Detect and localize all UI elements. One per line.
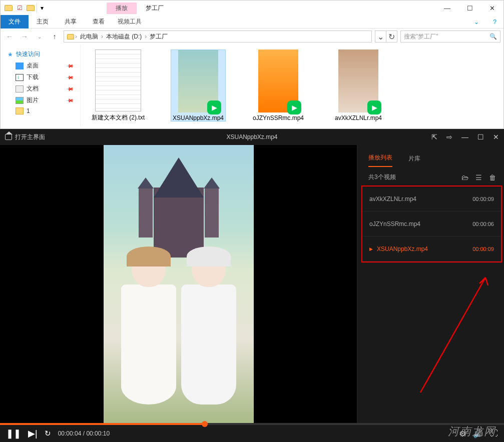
contextual-tab-group: 播放: [107, 2, 137, 14]
file-item[interactable]: ▶ oJZYnSSRmc.mp4: [251, 50, 306, 122]
nav-back-icon[interactable]: ←: [4, 30, 16, 42]
window-title: 梦工厂: [146, 4, 164, 12]
file-explorer-window: ☑ ▾ 播放 梦工厂 — ☐ ✕ 文件 主页 共享 查看 视频工具 ⌄ ? ← …: [0, 0, 504, 129]
playlist-count: 共3个视频: [368, 173, 396, 182]
tab-playlist[interactable]: 播放列表: [368, 154, 392, 167]
title-bar: ☑ ▾ 播放 梦工厂 — ☐ ✕: [1, 0, 503, 16]
play-icon: ▶: [287, 100, 301, 114]
fullscreen-icon[interactable]: ⛶: [490, 429, 498, 438]
file-item[interactable]: 新建文本文档 (2).txt: [91, 50, 146, 122]
refresh-icon[interactable]: ↻: [386, 31, 397, 42]
volume-icon[interactable]: 🔊: [473, 429, 483, 438]
help-icon[interactable]: ?: [486, 18, 503, 26]
crumb-folder[interactable]: 梦工厂: [148, 32, 170, 41]
nav-sidebar: ★快速访问 桌面📌 下载📌 文档📌 图片📌 1: [1, 44, 81, 126]
tab-video-tools[interactable]: 视频工具: [113, 15, 147, 28]
document-icon: [95, 50, 141, 112]
home-icon: [5, 134, 12, 140]
video-thumbnail: ▶: [178, 50, 218, 112]
tab-library[interactable]: 片库: [408, 154, 420, 167]
playlist-items: avXkXZLNLr.mp400:00:09 oJZYnSSRmc.mp400:…: [361, 186, 502, 262]
close-button[interactable]: ✕: [481, 2, 503, 14]
minimize-button[interactable]: —: [436, 2, 458, 14]
video-viewport[interactable]: [0, 145, 357, 423]
progress-bar[interactable]: [0, 423, 504, 425]
breadcrumb[interactable]: › 此电脑› 本地磁盘 (D:)› 梦工厂: [64, 30, 372, 42]
sort-icon[interactable]: ☰: [475, 174, 482, 182]
folder-icon: [4, 3, 14, 13]
search-input[interactable]: 搜索"梦工厂" 🔍: [400, 30, 500, 42]
player-maximize-button[interactable]: ☐: [477, 133, 484, 141]
delete-icon[interactable]: 🗑: [489, 174, 496, 182]
ribbon: 文件 主页 共享 查看 视频工具 ⌄ ?: [1, 16, 503, 28]
player-title-bar: 打开主界面 XSUANppbXz.mp4 ⇱ ⇨ — ☐ ✕: [0, 129, 504, 145]
nav-recent-icon[interactable]: ⌄: [34, 30, 46, 42]
sidebar-item-documents[interactable]: 文档📌: [3, 83, 78, 94]
sidebar-item-downloads[interactable]: 下载📌: [3, 72, 78, 83]
tab-view[interactable]: 查看: [85, 15, 113, 28]
player-minimize-button[interactable]: —: [461, 133, 468, 141]
player-title: XSUANppbXz.mp4: [226, 134, 277, 140]
next-button[interactable]: ▶|: [28, 428, 38, 439]
play-icon: ▶: [207, 100, 221, 114]
quick-access-toolbar: ☑ ▾: [1, 3, 47, 13]
pin-icon[interactable]: ⇨: [446, 133, 452, 141]
nav-forward-icon: →: [19, 30, 31, 42]
pause-button[interactable]: ❚❚: [6, 428, 21, 439]
tab-file[interactable]: 文件: [1, 15, 29, 28]
qat-checkbox[interactable]: ☑: [15, 3, 25, 13]
qat-folder[interactable]: [26, 3, 36, 13]
play-icon: ▶: [367, 100, 381, 114]
pin-icon: 📌: [66, 84, 74, 92]
video-thumbnail: ▶: [338, 50, 378, 112]
tab-share[interactable]: 共享: [57, 15, 85, 28]
tab-home[interactable]: 主页: [29, 15, 57, 28]
annotation-arrow: [410, 272, 495, 400]
quick-access[interactable]: ★快速访问: [3, 48, 78, 60]
file-item[interactable]: ▶ avXkXZLNLr.mp4: [331, 50, 386, 122]
maximize-button[interactable]: ☐: [458, 2, 481, 14]
search-icon: 🔍: [489, 33, 497, 40]
qat-dropdown-icon[interactable]: ▾: [37, 3, 47, 13]
pin-icon: 📌: [66, 96, 74, 104]
sidebar-item-pictures[interactable]: 图片📌: [3, 94, 78, 106]
crumb-drive[interactable]: 本地磁盘 (D:): [104, 32, 144, 41]
nav-up-icon[interactable]: ↑: [49, 30, 61, 42]
video-thumbnail: ▶: [258, 50, 298, 112]
search-placeholder: 搜索"梦工厂": [404, 32, 438, 41]
open-folder-icon[interactable]: 🗁: [461, 174, 468, 182]
open-main-button[interactable]: 打开主界面: [5, 133, 45, 142]
playlist-item[interactable]: XSUANppbXz.mp400:00:09: [362, 236, 501, 262]
player-controls: ❚❚ ▶| ↻ 00:00:04 / 00:00:10 ⚙ 🔊 ⛶: [0, 425, 504, 442]
playlist-tabs: 播放列表 片库: [357, 145, 504, 167]
sidebar-item-folder[interactable]: 1: [3, 106, 78, 116]
player-close-button[interactable]: ✕: [493, 133, 499, 141]
file-list: 新建文本文档 (2).txt ▶ XSUANppbXz.mp4 ▶ oJZYnS…: [81, 44, 503, 126]
loop-button[interactable]: ↻: [45, 429, 51, 438]
ribbon-expand-icon[interactable]: ⌄: [467, 18, 486, 26]
pin-icon: 📌: [66, 62, 74, 70]
sidebar-item-desktop[interactable]: 桌面📌: [3, 60, 78, 72]
crumb-thispc[interactable]: 此电脑: [78, 32, 100, 41]
address-bar: ← → ⌄ ↑ › 此电脑› 本地磁盘 (D:)› 梦工厂 ⌄ ↻ 搜索"梦工厂…: [1, 28, 503, 44]
address-dropdown-icon[interactable]: ⌄: [375, 31, 386, 42]
settings-icon[interactable]: ⚙: [459, 429, 466, 438]
playlist-item[interactable]: oJZYnSSRmc.mp400:00:06: [362, 212, 501, 236]
pin-icon: 📌: [66, 73, 74, 81]
cast-icon[interactable]: ⇱: [431, 133, 437, 141]
file-item[interactable]: ▶ XSUANppbXz.mp4: [171, 50, 226, 122]
playlist-item[interactable]: avXkXZLNLr.mp400:00:09: [362, 186, 501, 212]
time-display: 00:00:04 / 00:00:10: [58, 430, 110, 437]
